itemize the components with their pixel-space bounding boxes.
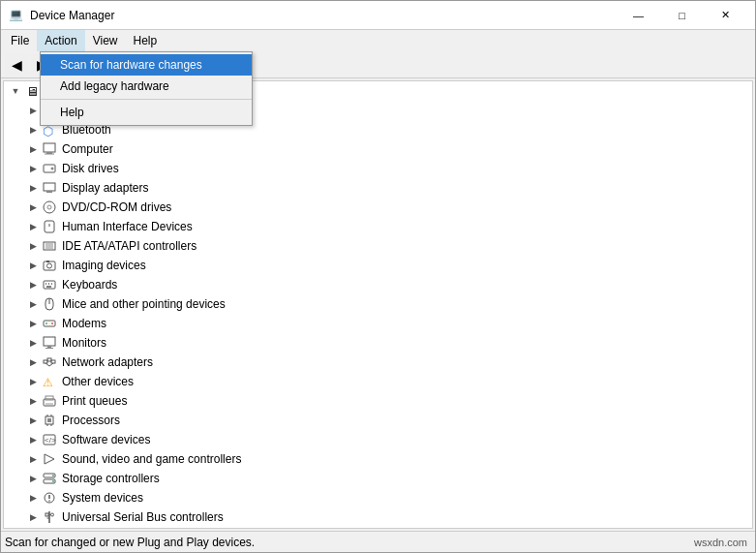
maximize-button[interactable]: □: [660, 1, 704, 30]
svg-point-60: [52, 475, 54, 476]
category-label: Disk drives: [62, 162, 119, 175]
category-icon: [41, 354, 58, 370]
svg-rect-23: [44, 261, 55, 270]
expand-icon: ▶: [25, 316, 41, 331]
category-icon: [41, 141, 58, 157]
expand-icon: ▶: [25, 509, 41, 525]
svg-point-12: [51, 168, 54, 170]
category-label: Print queues: [62, 394, 127, 408]
menu-help-item[interactable]: Help: [41, 102, 252, 123]
svg-rect-42: [51, 360, 55, 363]
title-bar: 💻 Device Manager — □ ✕: [1, 1, 755, 30]
tree-category-item[interactable]: ▶ IDE ATA/ATAPI controllers: [21, 236, 752, 256]
tree-category-item[interactable]: ▶ System devices: [21, 488, 752, 507]
expand-icon: ▶: [25, 393, 41, 409]
category-icon: [41, 393, 58, 409]
close-button[interactable]: ✕: [704, 1, 747, 30]
menu-action[interactable]: Action: [37, 30, 84, 51]
svg-point-35: [48, 323, 50, 324]
tree-category-item[interactable]: ▶ Sound, video and game controllers: [21, 449, 752, 469]
expand-icon: ▶: [25, 432, 41, 447]
svg-rect-13: [44, 183, 55, 191]
category-label: Imaging devices: [62, 259, 146, 272]
tree-category-item[interactable]: ▶ Human Interface Devices: [21, 217, 752, 236]
category-label: Mice and other pointing devices: [62, 297, 226, 311]
device-tree[interactable]: ▼ 🖥 DESKTOP-PC ▶ Batteries ▶ ⬡ Bluetooth…: [3, 80, 753, 529]
toolbar-back-button[interactable]: ◀: [5, 53, 28, 77]
tree-category-item[interactable]: ▶ ⚠ Other devices: [21, 372, 752, 391]
category-icon: [41, 161, 58, 176]
tree-category-item[interactable]: ▶ Monitors: [21, 333, 752, 353]
svg-rect-48: [45, 403, 53, 405]
svg-point-64: [48, 500, 50, 502]
category-label: Modems: [62, 317, 106, 330]
action-dropdown-menu: Scan for hardware changes Add legacy har…: [40, 51, 253, 126]
expand-icon: ▶: [25, 413, 41, 428]
category-icon: [41, 219, 58, 234]
category-icon: ⚠: [41, 374, 58, 389]
expand-icon: ▶: [25, 471, 41, 486]
tree-category-item[interactable]: ▶ DVD/CD-ROM drives: [21, 198, 752, 217]
app-icon: 💻: [9, 8, 24, 23]
tree-category-item[interactable]: ▶ Universal Serial Bus controllers: [21, 507, 752, 527]
expand-icon: ▶: [25, 200, 41, 215]
svg-rect-39: [45, 348, 53, 349]
tree-category-item[interactable]: ▶ Computer: [21, 139, 752, 159]
category-icon: [41, 490, 58, 506]
tree-category-item[interactable]: ▶ Imaging devices: [21, 256, 752, 275]
svg-point-24: [47, 263, 52, 268]
tree-category-item[interactable]: ▶ Print queues: [21, 391, 752, 411]
svg-rect-66: [45, 513, 48, 516]
expand-icon: ▶: [25, 354, 41, 370]
tree-category-item[interactable]: ▶ Display adapters: [21, 178, 752, 198]
tree-category-item[interactable]: ▶ Modems: [21, 314, 752, 333]
expand-icon: ▶: [25, 103, 41, 118]
tree-category-item[interactable]: ▶ Disk drives: [21, 159, 752, 178]
category-label: Storage controllers: [62, 472, 160, 485]
category-label: Keyboards: [62, 278, 117, 292]
menu-add-legacy[interactable]: Add legacy hardware: [41, 76, 252, 97]
menubar: File Action View Help Scan for hardware …: [1, 30, 755, 51]
status-website: wsxdn.com: [694, 537, 751, 548]
menu-help[interactable]: Help: [126, 30, 166, 51]
menu-view[interactable]: View: [85, 30, 126, 51]
category-label: Display adapters: [62, 181, 148, 195]
minimize-button[interactable]: —: [617, 1, 660, 30]
expand-icon: ▶: [25, 296, 41, 312]
expand-icon: ▶: [25, 122, 41, 138]
expand-icon: ▶: [25, 141, 41, 157]
category-icon: [41, 316, 58, 331]
svg-rect-38: [47, 346, 51, 348]
category-icon: [41, 471, 58, 486]
category-label: Sound, video and game controllers: [62, 452, 241, 466]
tree-category-item[interactable]: ▶ Mice and other pointing devices: [21, 294, 752, 314]
svg-point-16: [47, 205, 51, 209]
status-bar: Scan for changed or new Plug and Play de…: [1, 531, 755, 552]
category-label: Network adapters: [62, 355, 153, 369]
category-icon: [41, 296, 58, 312]
expand-icon: ▶: [25, 490, 41, 506]
tree-category-item[interactable]: ▶ Keyboards: [21, 275, 752, 294]
title-bar-left: 💻 Device Manager: [9, 8, 114, 23]
category-label: DVD/CD-ROM drives: [62, 200, 171, 214]
svg-marker-57: [45, 454, 54, 464]
tree-category-item[interactable]: ▶ Processors: [21, 411, 752, 430]
expand-icon: ▶: [25, 238, 41, 254]
expand-icon: ▶: [25, 258, 41, 273]
window-title: Device Manager: [30, 9, 114, 22]
status-text: Scan for changed or new Plug and Play de…: [5, 536, 255, 549]
svg-point-34: [45, 323, 47, 324]
svg-text:⚠: ⚠: [43, 376, 53, 388]
expand-icon: ▶: [25, 374, 41, 389]
category-label: System devices: [62, 491, 143, 505]
tree-category-item[interactable]: ▶ Network adapters: [21, 353, 752, 372]
svg-point-67: [51, 513, 54, 516]
menu-scan-hardware[interactable]: Scan for hardware changes: [41, 54, 252, 76]
menu-file[interactable]: File: [3, 30, 37, 51]
category-icon: </>: [41, 432, 58, 447]
svg-rect-8: [44, 143, 55, 152]
tree-category-item[interactable]: ▶ Storage controllers: [21, 469, 752, 488]
category-icon: [41, 277, 58, 292]
tree-category-item[interactable]: ▶ </> Software devices: [21, 430, 752, 449]
category-icon: [41, 413, 58, 428]
